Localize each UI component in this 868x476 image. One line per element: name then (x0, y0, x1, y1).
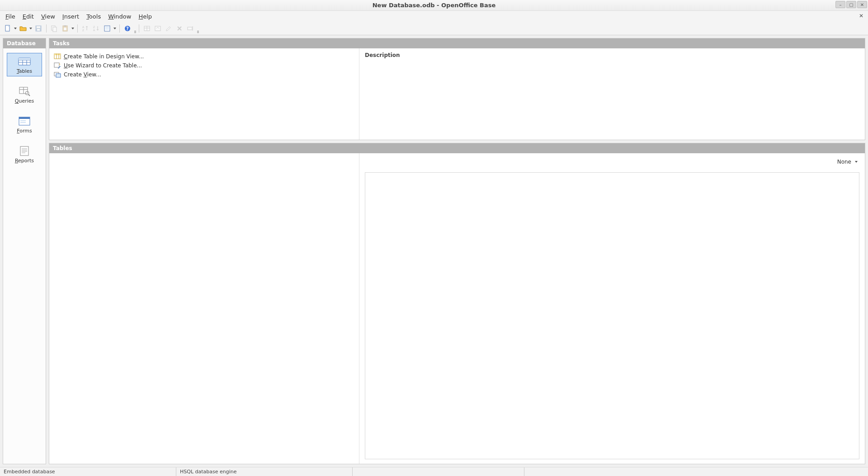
status-engine: HSQL database engine (176, 467, 353, 476)
tasks-panel: Tasks Create Table in Design View... Use… (49, 38, 865, 140)
svg-rect-52 (56, 74, 61, 77)
open-object-button[interactable] (153, 24, 163, 33)
delete-object-button[interactable] (175, 24, 184, 33)
close-document-button[interactable]: ✕ (857, 13, 865, 19)
edit-object-button[interactable] (164, 24, 174, 33)
svg-rect-15 (105, 27, 109, 28)
toolbar-overflow-handle-2[interactable] (197, 24, 199, 33)
save-icon (35, 25, 42, 32)
task-description-panel: Description (359, 48, 865, 140)
task-label: Use Wizard to Create Table... (64, 62, 142, 69)
tables-body: None (49, 153, 865, 464)
sidebar-item-forms[interactable]: Forms (7, 113, 42, 136)
window-title: New Database.odb - OpenOffice Base (0, 2, 868, 9)
delete-icon (176, 25, 183, 32)
sidebar-item-label: Queries (15, 98, 34, 104)
svg-rect-3 (37, 26, 40, 28)
svg-rect-49 (54, 63, 59, 67)
svg-rect-8 (64, 25, 66, 27)
close-button[interactable]: ✕ (857, 1, 867, 8)
main-column: Tasks Create Table in Design View... Use… (49, 38, 865, 464)
menu-view[interactable]: View (38, 12, 59, 21)
forms-icon (17, 116, 32, 127)
svg-line-35 (28, 94, 30, 96)
paste-button[interactable] (60, 24, 70, 33)
task-create-table-design[interactable]: Create Table in Design View... (54, 52, 354, 61)
menu-help[interactable]: Help (135, 12, 156, 21)
tasks-body: Create Table in Design View... Use Wizar… (49, 48, 865, 140)
sidebar-item-label: Tables (17, 68, 32, 74)
window-controls: – ▢ ✕ (835, 1, 867, 8)
new-document-icon (4, 25, 11, 32)
menu-edit[interactable]: Edit (19, 12, 38, 21)
svg-text:Z: Z (93, 25, 95, 28)
svg-rect-6 (53, 27, 57, 32)
svg-text:A: A (82, 25, 85, 28)
maximize-button[interactable]: ▢ (846, 1, 856, 8)
sidebar-header: Database (3, 38, 46, 48)
rename-object-button[interactable] (185, 24, 195, 33)
status-cell-3 (353, 467, 524, 476)
task-list: Create Table in Design View... Use Wizar… (49, 48, 359, 140)
sort-asc-icon: AZ (82, 25, 89, 32)
svg-rect-9 (64, 28, 66, 30)
sort-ascending-button[interactable]: AZ (80, 24, 90, 33)
tables-header: Tables (49, 143, 865, 153)
folder-open-icon (19, 25, 27, 32)
new-table-design-button[interactable] (142, 24, 152, 33)
tasks-header: Tasks (49, 38, 865, 48)
sidebar-item-tables[interactable]: Tables (7, 53, 42, 76)
preview-area (365, 172, 859, 459)
form-dropdown[interactable] (113, 28, 117, 29)
tables-preview-panel: None (359, 153, 865, 464)
open-dropdown[interactable] (29, 28, 33, 29)
toolbar-overflow-handle[interactable] (134, 24, 136, 33)
database-sidebar: Database Tables Queries Forms Reports (3, 38, 46, 464)
open-button[interactable] (18, 24, 28, 33)
sort-descending-button[interactable]: ZA (91, 24, 101, 33)
help-button[interactable]: ? (123, 24, 132, 33)
toolbar-separator (46, 24, 47, 33)
toolbar-separator (139, 24, 139, 33)
svg-rect-46 (54, 54, 61, 55)
svg-rect-38 (20, 120, 26, 121)
minimize-button[interactable]: – (835, 1, 845, 8)
svg-point-50 (59, 64, 60, 65)
menu-insert[interactable]: Insert (59, 12, 83, 21)
svg-rect-40 (20, 146, 28, 156)
new-document-dropdown[interactable] (14, 28, 17, 29)
save-button[interactable] (33, 24, 43, 33)
status-db-type: Embedded database (0, 467, 176, 476)
menu-tools[interactable]: Tools (83, 12, 104, 21)
form-button[interactable] (102, 24, 112, 33)
svg-rect-37 (19, 117, 30, 119)
tables-list[interactable] (49, 153, 359, 464)
sidebar-item-label: Forms (17, 128, 32, 134)
paste-dropdown[interactable] (71, 28, 75, 29)
sidebar-item-label: Reports (15, 158, 34, 164)
main-toolbar: AZ ZA ? (0, 22, 868, 35)
table-design-icon (54, 53, 61, 60)
content-area: Database Tables Queries Forms Reports (0, 35, 868, 467)
preview-mode-dropdown[interactable]: None (835, 158, 859, 166)
menu-bar: File Edit View Insert Tools Window Help … (0, 11, 868, 22)
menu-window[interactable]: Window (104, 12, 135, 21)
menu-file[interactable]: File (2, 12, 19, 21)
task-label: Create View... (64, 71, 101, 78)
svg-text:A: A (93, 28, 95, 32)
tables-panel: Tables None (49, 143, 865, 464)
open-object-icon (154, 25, 161, 32)
sidebar-item-queries[interactable]: Queries (7, 83, 42, 106)
wizard-icon (54, 62, 61, 69)
preview-mode-label: None (837, 159, 851, 165)
task-create-view[interactable]: Create View... (54, 70, 354, 79)
task-create-table-wizard[interactable]: Use Wizard to Create Table... (54, 61, 354, 70)
copy-button[interactable] (49, 24, 59, 33)
description-header: Description (365, 52, 859, 58)
sidebar-item-reports[interactable]: Reports (7, 142, 42, 166)
reports-icon (17, 146, 32, 156)
queries-icon (17, 86, 32, 97)
new-document-button[interactable] (3, 24, 13, 33)
svg-rect-23 (188, 27, 192, 30)
table-icon (143, 25, 151, 32)
